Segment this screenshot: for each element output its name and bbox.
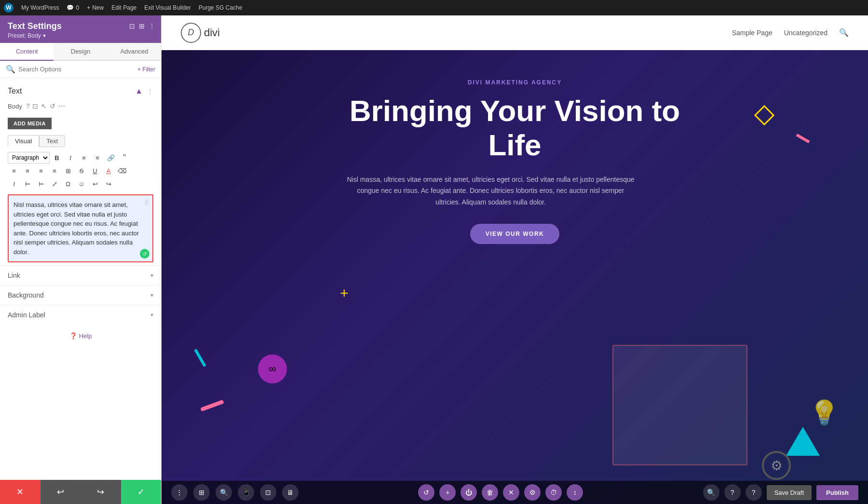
- preset-icons: ? ⊡ ↖ ↺ ⋯: [26, 102, 66, 110]
- section-more-icon[interactable]: ⋮: [147, 87, 153, 95]
- bottom-zoom-icon[interactable]: 🔍: [703, 484, 719, 501]
- admin-label-section-header[interactable]: Admin Label ▾: [0, 305, 161, 325]
- editor-tab-text[interactable]: Text: [39, 135, 65, 147]
- ol-button[interactable]: ≡: [91, 152, 104, 163]
- link-section-header[interactable]: Link ▾: [0, 266, 161, 285]
- link-button[interactable]: 🔗: [105, 152, 117, 163]
- search-icon: 🔍: [6, 65, 15, 74]
- admin-bar-site[interactable]: My WordPress: [21, 4, 59, 11]
- clear-format-button[interactable]: ⌫: [116, 165, 128, 177]
- right-content: D divi Sample Page Uncategorized 🔍 ∞ ⚙: [162, 15, 868, 504]
- cancel-button[interactable]: ✕: [0, 480, 41, 504]
- deco-pink-stroke-2: [796, 134, 810, 143]
- save-check-icon: ✓: [137, 487, 145, 497]
- preset-icon-box[interactable]: ⊡: [32, 102, 38, 110]
- preset-icon-dots[interactable]: ⋯: [58, 102, 65, 110]
- bottom-tablet-icon[interactable]: ⊡: [260, 484, 276, 501]
- editor-ai-icon[interactable]: ↺: [140, 249, 149, 259]
- site-nav: Sample Page Uncategorized 🔍: [732, 28, 849, 37]
- wp-logo-icon[interactable]: W: [4, 3, 14, 13]
- undo-footer-button[interactable]: ↩: [41, 480, 81, 504]
- logo-circle-icon: D: [181, 23, 201, 43]
- text-color-button[interactable]: A: [102, 165, 115, 177]
- redo-footer-button[interactable]: ↪: [81, 480, 121, 504]
- bottom-toolbar-center: ↺ + ⏻ 🗑 ✕ ⚙ ⏱ ↕: [418, 484, 583, 501]
- tab-content[interactable]: Content: [0, 43, 54, 61]
- save-draft-button[interactable]: Save Draft: [767, 485, 812, 500]
- italic2-button[interactable]: I: [8, 178, 20, 190]
- paragraph-select[interactable]: Paragraph: [8, 152, 50, 163]
- hero-cta-button[interactable]: VIEW OUR WORK: [470, 224, 560, 244]
- save-footer-button[interactable]: ✓: [121, 480, 162, 504]
- bottom-mobile-icon[interactable]: 📱: [238, 484, 254, 501]
- panel-layout-icon[interactable]: ⊞: [139, 22, 145, 30]
- tab-design[interactable]: Design: [54, 43, 107, 61]
- nav-uncategorized[interactable]: Uncategorized: [784, 29, 827, 37]
- nav-sample-page[interactable]: Sample Page: [732, 29, 773, 37]
- admin-bar-comments[interactable]: 💬 0: [67, 4, 79, 11]
- bottom-trash-icon[interactable]: 🗑: [482, 484, 498, 501]
- indent-button[interactable]: ⊨: [21, 178, 34, 190]
- bottom-power-icon[interactable]: ⏻: [461, 484, 477, 501]
- admin-bar-exit-vb[interactable]: Exit Visual Builder: [144, 4, 191, 11]
- panel-more-icon[interactable]: ⋮: [149, 22, 155, 30]
- section-collapse-icon[interactable]: ▲: [135, 87, 143, 95]
- bottom-resize-icon[interactable]: ↕: [567, 484, 583, 501]
- underline-button[interactable]: U: [89, 165, 101, 177]
- undo-button[interactable]: ↩: [89, 178, 101, 190]
- tab-advanced[interactable]: Advanced: [108, 43, 161, 61]
- body-preset-row: Body ? ⊡ ↖ ↺ ⋯: [0, 100, 161, 115]
- align-center-button[interactable]: ≡: [21, 165, 34, 177]
- bottom-settings-icon[interactable]: ⚙: [524, 484, 541, 501]
- search-input[interactable]: [18, 66, 135, 73]
- add-media-button[interactable]: ADD MEDIA: [8, 118, 52, 129]
- outdent-button[interactable]: ⊨: [35, 178, 47, 190]
- deco-pink-stroke-1: [200, 400, 224, 412]
- filter-button[interactable]: + Filter: [137, 66, 155, 73]
- add-media-row: ADD MEDIA: [0, 115, 161, 133]
- preset-icon-cursor[interactable]: ↖: [41, 102, 47, 110]
- redo-button[interactable]: ↪: [102, 178, 115, 190]
- emoji-button[interactable]: ☺: [75, 178, 88, 190]
- align-justify-button[interactable]: ≡: [48, 165, 61, 177]
- italic-button[interactable]: I: [64, 152, 77, 163]
- panel-responsive-icon[interactable]: ⊡: [129, 22, 135, 30]
- expand-button[interactable]: ⤢: [48, 178, 61, 190]
- bottom-close-icon[interactable]: ✕: [503, 484, 519, 501]
- bottom-grid-icon[interactable]: ⊞: [193, 484, 210, 501]
- background-section-header[interactable]: Background ▾: [0, 286, 161, 305]
- admin-label-chevron-icon: ▾: [150, 312, 153, 318]
- deco-gear-icon: ⚙: [762, 451, 791, 480]
- site-search-icon[interactable]: 🔍: [839, 28, 849, 37]
- link-section: Link ▾: [0, 265, 161, 285]
- table-button[interactable]: ⊞: [62, 165, 74, 177]
- deco-cyan-stroke: [194, 349, 206, 367]
- admin-bar-new[interactable]: + New: [87, 4, 104, 11]
- preset-chevron-icon: ▾: [43, 32, 46, 39]
- bold-button[interactable]: B: [51, 152, 63, 163]
- bottom-add-icon[interactable]: +: [439, 484, 456, 501]
- bottom-history-icon[interactable]: ↺: [418, 484, 434, 501]
- align-left-button[interactable]: ≡: [8, 165, 20, 177]
- text-editor-area[interactable]: ⣿ Nisl massa, ultrices vitae ornare sit …: [8, 194, 153, 262]
- align-right-button[interactable]: ≡: [35, 165, 47, 177]
- ul-button[interactable]: ≡: [78, 152, 90, 163]
- help-icon[interactable]: ?: [26, 102, 30, 110]
- bottom-menu-icon[interactable]: ⋮: [171, 484, 188, 501]
- panel-preset[interactable]: Preset: Body ▾: [8, 32, 153, 39]
- preset-icon-reset[interactable]: ↺: [50, 102, 55, 110]
- publish-button[interactable]: Publish: [816, 485, 858, 500]
- strikethrough-button[interactable]: S: [75, 165, 88, 177]
- bottom-desktop-icon[interactable]: 🖥: [282, 484, 298, 501]
- bottom-search-icon[interactable]: 🔍: [216, 484, 232, 501]
- bottom-clock-icon[interactable]: ⏱: [545, 484, 562, 501]
- redo-icon: ↪: [97, 487, 104, 497]
- admin-bar-purge-cache[interactable]: Purge SG Cache: [199, 4, 243, 11]
- blockquote-button[interactable]: ": [118, 152, 131, 163]
- editor-tab-visual[interactable]: Visual: [8, 135, 39, 147]
- bottom-help-icon[interactable]: ?: [746, 484, 762, 501]
- help-link[interactable]: ❓ Help: [8, 332, 153, 340]
- special-char-button[interactable]: Ω: [62, 178, 74, 190]
- admin-bar-edit-page[interactable]: Edit Page: [111, 4, 136, 11]
- bottom-question-icon[interactable]: ?: [724, 484, 741, 501]
